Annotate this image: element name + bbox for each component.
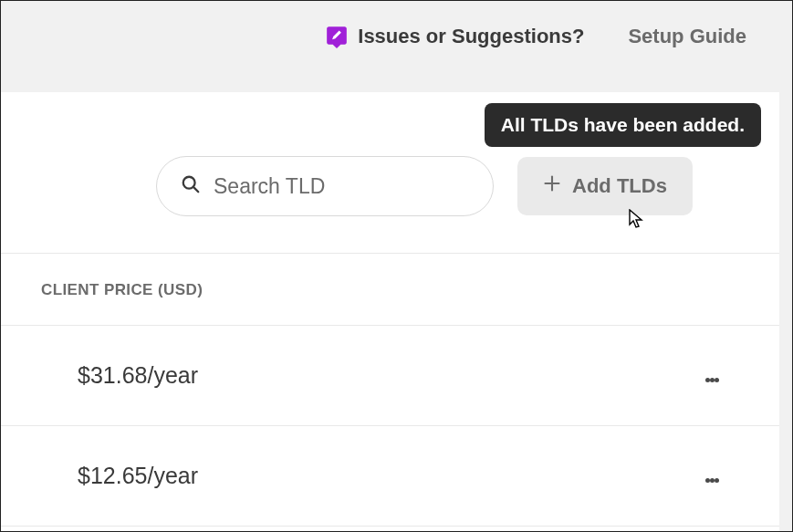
table-row: $31.68/year xyxy=(1,326,792,426)
price-value: $31.68/year xyxy=(78,362,198,389)
top-bar: Issues or Suggestions? Setup Guide xyxy=(1,1,792,92)
price-value: $12.65/year xyxy=(78,463,198,489)
search-input[interactable] xyxy=(214,174,469,199)
issues-suggestions-link[interactable]: Issues or Suggestions? xyxy=(325,25,584,48)
column-header-client-price: CLIENT PRICE (USD) xyxy=(1,254,792,326)
tooltip-text: All TLDs have been added. xyxy=(501,114,745,135)
more-icon xyxy=(705,364,719,388)
tooltip: All TLDs have been added. xyxy=(485,103,761,147)
search-tld-field[interactable] xyxy=(156,156,494,216)
scrollbar-track[interactable] xyxy=(779,92,792,531)
setup-guide-link[interactable]: Setup Guide xyxy=(628,25,746,48)
svg-line-1 xyxy=(193,187,198,192)
column-header-label: CLIENT PRICE (USD) xyxy=(41,281,203,298)
issues-suggestions-label: Issues or Suggestions? xyxy=(358,25,584,48)
more-actions-button[interactable] xyxy=(705,364,719,388)
search-icon xyxy=(181,174,201,198)
more-actions-button[interactable] xyxy=(705,464,719,488)
add-tlds-button[interactable]: Add TLDs xyxy=(517,157,693,215)
setup-guide-label: Setup Guide xyxy=(628,25,746,47)
more-icon xyxy=(705,464,719,488)
feedback-icon xyxy=(325,25,349,48)
add-tlds-label: Add TLDs xyxy=(572,174,667,198)
plus-icon xyxy=(543,174,561,198)
table-row: $12.65/year xyxy=(1,426,792,527)
